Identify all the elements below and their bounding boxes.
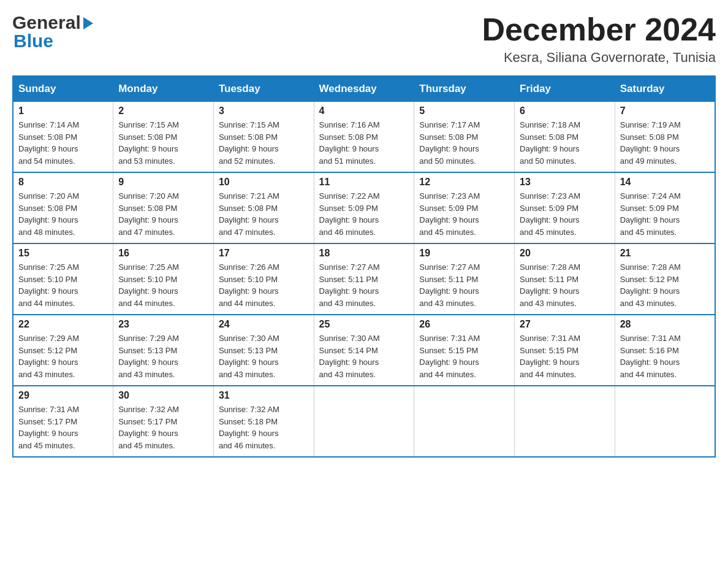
day-info: Sunrise: 7:14 AM Sunset: 5:08 PM Dayligh…	[18, 119, 108, 167]
calendar-week-row: 15 Sunrise: 7:25 AM Sunset: 5:10 PM Dayl…	[13, 243, 715, 315]
day-number: 9	[118, 177, 208, 188]
day-number: 30	[118, 390, 208, 401]
day-info: Sunrise: 7:20 AM Sunset: 5:08 PM Dayligh…	[18, 190, 108, 238]
table-row: 3 Sunrise: 7:15 AM Sunset: 5:08 PM Dayli…	[213, 102, 314, 173]
title-block: December 2024 Kesra, Siliana Governorate…	[482, 12, 716, 66]
day-number: 2	[118, 105, 208, 117]
day-info: Sunrise: 7:32 AM Sunset: 5:17 PM Dayligh…	[118, 404, 208, 451]
logo-triangle-icon	[83, 17, 93, 29]
day-number: 11	[319, 177, 409, 188]
table-row: 31 Sunrise: 7:32 AM Sunset: 5:18 PM Dayl…	[213, 386, 314, 457]
day-number: 7	[620, 105, 710, 117]
day-info: Sunrise: 7:31 AM Sunset: 5:15 PM Dayligh…	[520, 332, 610, 380]
page-header: General Blue December 2024 Kesra, Silian…	[12, 12, 716, 66]
table-row: 2 Sunrise: 7:15 AM Sunset: 5:08 PM Dayli…	[113, 102, 214, 173]
day-number: 4	[319, 105, 409, 117]
day-info: Sunrise: 7:27 AM Sunset: 5:11 PM Dayligh…	[419, 261, 509, 309]
col-friday: Friday	[515, 76, 615, 102]
table-row: 20 Sunrise: 7:28 AM Sunset: 5:11 PM Dayl…	[515, 243, 615, 315]
table-row: 18 Sunrise: 7:27 AM Sunset: 5:11 PM Dayl…	[314, 243, 414, 315]
table-row: 26 Sunrise: 7:31 AM Sunset: 5:15 PM Dayl…	[414, 315, 515, 386]
col-tuesday: Tuesday	[213, 76, 314, 102]
table-row: 11 Sunrise: 7:22 AM Sunset: 5:09 PM Dayl…	[314, 172, 414, 243]
day-info: Sunrise: 7:29 AM Sunset: 5:12 PM Dayligh…	[18, 332, 108, 380]
day-number: 10	[219, 177, 309, 188]
day-info: Sunrise: 7:16 AM Sunset: 5:08 PM Dayligh…	[319, 119, 409, 167]
day-info: Sunrise: 7:32 AM Sunset: 5:18 PM Dayligh…	[219, 404, 309, 451]
calendar-week-row: 22 Sunrise: 7:29 AM Sunset: 5:12 PM Dayl…	[13, 315, 715, 386]
logo-general: General	[12, 12, 81, 33]
day-info: Sunrise: 7:31 AM Sunset: 5:15 PM Dayligh…	[419, 332, 509, 380]
calendar-week-row: 8 Sunrise: 7:20 AM Sunset: 5:08 PM Dayli…	[13, 172, 715, 243]
day-info: Sunrise: 7:17 AM Sunset: 5:08 PM Dayligh…	[419, 119, 509, 167]
table-row	[414, 386, 515, 457]
table-row: 21 Sunrise: 7:28 AM Sunset: 5:12 PM Dayl…	[615, 243, 715, 315]
day-info: Sunrise: 7:21 AM Sunset: 5:08 PM Dayligh…	[219, 190, 309, 238]
day-info: Sunrise: 7:29 AM Sunset: 5:13 PM Dayligh…	[118, 332, 208, 380]
table-row	[615, 386, 715, 457]
day-info: Sunrise: 7:20 AM Sunset: 5:08 PM Dayligh…	[118, 190, 208, 238]
table-row: 16 Sunrise: 7:25 AM Sunset: 5:10 PM Dayl…	[113, 243, 214, 315]
day-info: Sunrise: 7:23 AM Sunset: 5:09 PM Dayligh…	[520, 190, 610, 238]
table-row: 24 Sunrise: 7:30 AM Sunset: 5:13 PM Dayl…	[213, 315, 314, 386]
table-row	[515, 386, 615, 457]
day-number: 17	[219, 248, 309, 259]
day-info: Sunrise: 7:25 AM Sunset: 5:10 PM Dayligh…	[118, 261, 208, 309]
day-info: Sunrise: 7:31 AM Sunset: 5:16 PM Dayligh…	[620, 332, 710, 380]
table-row: 23 Sunrise: 7:29 AM Sunset: 5:13 PM Dayl…	[113, 315, 214, 386]
day-info: Sunrise: 7:22 AM Sunset: 5:09 PM Dayligh…	[319, 190, 409, 238]
col-saturday: Saturday	[615, 76, 715, 102]
table-row: 28 Sunrise: 7:31 AM Sunset: 5:16 PM Dayl…	[615, 315, 715, 386]
day-info: Sunrise: 7:28 AM Sunset: 5:11 PM Dayligh…	[520, 261, 610, 309]
table-row: 1 Sunrise: 7:14 AM Sunset: 5:08 PM Dayli…	[13, 102, 113, 173]
table-row: 9 Sunrise: 7:20 AM Sunset: 5:08 PM Dayli…	[113, 172, 214, 243]
table-row: 19 Sunrise: 7:27 AM Sunset: 5:11 PM Dayl…	[414, 243, 515, 315]
table-row: 15 Sunrise: 7:25 AM Sunset: 5:10 PM Dayl…	[13, 243, 113, 315]
logo-blue: Blue	[12, 31, 93, 52]
day-number: 14	[620, 177, 710, 188]
col-sunday: Sunday	[13, 76, 113, 102]
day-info: Sunrise: 7:19 AM Sunset: 5:08 PM Dayligh…	[620, 119, 710, 167]
day-info: Sunrise: 7:31 AM Sunset: 5:17 PM Dayligh…	[18, 404, 108, 451]
table-row: 29 Sunrise: 7:31 AM Sunset: 5:17 PM Dayl…	[13, 386, 113, 457]
day-info: Sunrise: 7:26 AM Sunset: 5:10 PM Dayligh…	[219, 261, 309, 309]
day-number: 18	[319, 248, 409, 259]
table-row: 25 Sunrise: 7:30 AM Sunset: 5:14 PM Dayl…	[314, 315, 414, 386]
day-number: 15	[18, 248, 108, 259]
day-number: 24	[219, 319, 309, 330]
day-number: 26	[419, 319, 509, 330]
day-info: Sunrise: 7:15 AM Sunset: 5:08 PM Dayligh…	[219, 119, 309, 167]
day-number: 22	[18, 319, 108, 330]
table-row: 27 Sunrise: 7:31 AM Sunset: 5:15 PM Dayl…	[515, 315, 615, 386]
month-title: December 2024	[482, 12, 716, 47]
table-row: 14 Sunrise: 7:24 AM Sunset: 5:09 PM Dayl…	[615, 172, 715, 243]
col-monday: Monday	[113, 76, 214, 102]
col-thursday: Thursday	[414, 76, 515, 102]
day-number: 19	[419, 248, 509, 259]
day-number: 25	[319, 319, 409, 330]
calendar-header-row: Sunday Monday Tuesday Wednesday Thursday…	[13, 76, 715, 102]
day-info: Sunrise: 7:27 AM Sunset: 5:11 PM Dayligh…	[319, 261, 409, 309]
day-info: Sunrise: 7:15 AM Sunset: 5:08 PM Dayligh…	[118, 119, 208, 167]
day-info: Sunrise: 7:28 AM Sunset: 5:12 PM Dayligh…	[620, 261, 710, 309]
table-row: 22 Sunrise: 7:29 AM Sunset: 5:12 PM Dayl…	[13, 315, 113, 386]
table-row	[314, 386, 414, 457]
day-number: 21	[620, 248, 710, 259]
day-info: Sunrise: 7:25 AM Sunset: 5:10 PM Dayligh…	[18, 261, 108, 309]
day-number: 16	[118, 248, 208, 259]
day-number: 31	[219, 390, 309, 401]
day-info: Sunrise: 7:30 AM Sunset: 5:13 PM Dayligh…	[219, 332, 309, 380]
calendar-table: Sunday Monday Tuesday Wednesday Thursday…	[12, 75, 716, 458]
table-row: 4 Sunrise: 7:16 AM Sunset: 5:08 PM Dayli…	[314, 102, 414, 173]
day-info: Sunrise: 7:24 AM Sunset: 5:09 PM Dayligh…	[620, 190, 710, 238]
day-number: 1	[18, 105, 108, 117]
logo: General Blue	[12, 12, 93, 52]
table-row: 17 Sunrise: 7:26 AM Sunset: 5:10 PM Dayl…	[213, 243, 314, 315]
day-number: 6	[520, 105, 610, 117]
table-row: 8 Sunrise: 7:20 AM Sunset: 5:08 PM Dayli…	[13, 172, 113, 243]
col-wednesday: Wednesday	[314, 76, 414, 102]
table-row: 12 Sunrise: 7:23 AM Sunset: 5:09 PM Dayl…	[414, 172, 515, 243]
day-number: 23	[118, 319, 208, 330]
day-number: 29	[18, 390, 108, 401]
table-row: 7 Sunrise: 7:19 AM Sunset: 5:08 PM Dayli…	[615, 102, 715, 173]
